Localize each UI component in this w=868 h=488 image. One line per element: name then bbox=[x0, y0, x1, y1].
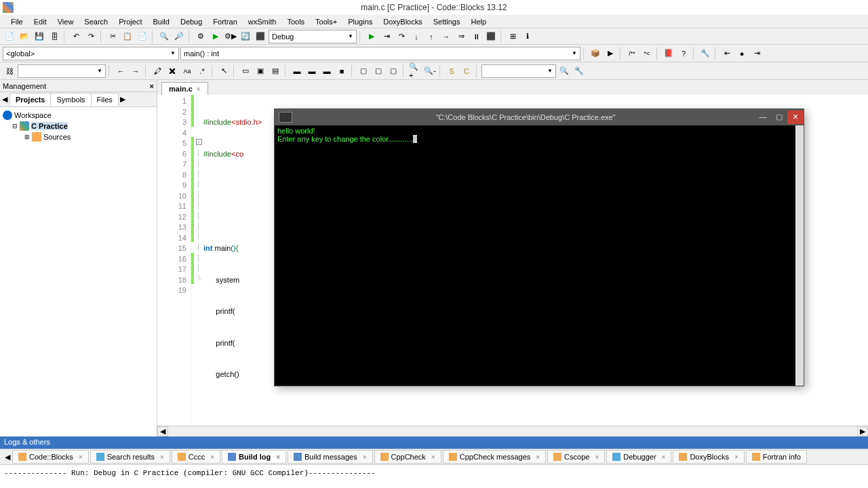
doxy-config-icon[interactable]: 🔧 bbox=[698, 47, 712, 60]
logtabs-left-icon[interactable]: ◀ bbox=[3, 453, 12, 462]
tree-sources[interactable]: ⊞Sources bbox=[3, 131, 154, 142]
nav-fwd-icon[interactable]: ⇥ bbox=[750, 47, 764, 60]
menu-tools[interactable]: Tools bbox=[281, 16, 310, 27]
new-file-icon[interactable]: 📄 bbox=[3, 30, 16, 43]
clear-highlight-icon[interactable]: 🗙 bbox=[165, 64, 179, 78]
step-instr-icon[interactable]: ⇒ bbox=[454, 30, 468, 43]
build-target-dropdown[interactable]: Debug▼ bbox=[269, 30, 357, 43]
find-icon[interactable]: 🔍 bbox=[157, 30, 171, 43]
next-icon[interactable]: → bbox=[129, 64, 142, 78]
console-window[interactable]: "C:\Code Blocks\C Practice\bin\Debug\C P… bbox=[274, 108, 804, 386]
copy-icon[interactable]: 📋 bbox=[121, 30, 134, 43]
search-dropdown[interactable]: ▼ bbox=[18, 64, 106, 78]
box5-icon[interactable]: ▬ bbox=[305, 64, 319, 78]
debug-start-icon[interactable]: ▶ bbox=[365, 30, 378, 43]
menu-fortran[interactable]: Fortran bbox=[208, 16, 242, 27]
redo-icon[interactable]: ↷ bbox=[84, 30, 98, 43]
logtab-cppcheck[interactable]: CppCheck× bbox=[374, 450, 441, 464]
fold-column[interactable]: -││││││││││││└ bbox=[194, 95, 203, 426]
stop-debug-icon[interactable]: ⬛ bbox=[484, 30, 498, 43]
console-body[interactable]: hello world! Enter any key to change the… bbox=[275, 125, 804, 386]
thread-icon[interactable]: ⛓ bbox=[3, 64, 16, 78]
step-into-icon[interactable]: ↓ bbox=[410, 30, 423, 43]
menu-wxsmith[interactable]: wxSmith bbox=[243, 16, 282, 27]
abort-icon[interactable]: ⬛ bbox=[254, 30, 267, 43]
save-all-icon[interactable]: 🗄 bbox=[47, 30, 61, 43]
block2-icon[interactable]: ▢ bbox=[372, 64, 385, 78]
logtab-fortran[interactable]: Fortran info bbox=[746, 450, 807, 464]
logtab-doxyblocks[interactable]: DoxyBlocks× bbox=[673, 450, 744, 464]
logtab-cppcheckmsg[interactable]: CppCheck messages× bbox=[443, 450, 546, 464]
c-icon[interactable]: C bbox=[460, 64, 473, 78]
block3-icon[interactable]: ▢ bbox=[387, 64, 400, 78]
next-line-icon[interactable]: ↷ bbox=[395, 30, 408, 43]
menu-toolsplus[interactable]: Tools+ bbox=[310, 16, 342, 27]
menu-doxyblocks[interactable]: DoxyBlocks bbox=[378, 16, 427, 27]
editor-tab-mainc[interactable]: main.c × bbox=[161, 82, 208, 95]
tab-close-icon[interactable]: × bbox=[197, 85, 201, 93]
logtab-buildmsg[interactable]: Build messages× bbox=[288, 450, 373, 464]
doxy-chm-icon[interactable]: 📕 bbox=[662, 47, 675, 60]
hscroll-left-icon[interactable]: ◀ bbox=[157, 426, 168, 436]
logs-header[interactable]: Logs & others bbox=[0, 436, 868, 449]
console-maximize-icon[interactable]: ▢ bbox=[771, 110, 787, 124]
console-minimize-icon[interactable]: — bbox=[755, 110, 771, 124]
run-to-cursor-icon[interactable]: ⇥ bbox=[380, 30, 393, 43]
comment-block-icon[interactable]: /** bbox=[625, 47, 639, 60]
logtab-debugger[interactable]: Debugger× bbox=[606, 450, 671, 464]
menu-edit[interactable]: Edit bbox=[28, 16, 52, 27]
logtab-cccc[interactable]: Cccc× bbox=[172, 450, 220, 464]
doxy-icon[interactable]: 📦 bbox=[589, 47, 602, 60]
paste-icon[interactable]: 📄 bbox=[136, 30, 149, 43]
break-icon[interactable]: ⏸ bbox=[469, 30, 483, 43]
replace-icon[interactable]: 🔎 bbox=[172, 30, 186, 43]
logtab-cscope[interactable]: Cscope× bbox=[547, 450, 605, 464]
undo-icon[interactable]: ↶ bbox=[69, 30, 83, 43]
menu-settings[interactable]: Settings bbox=[428, 16, 466, 27]
box4-icon[interactable]: ▬ bbox=[290, 64, 304, 78]
cut-icon[interactable]: ✂ bbox=[106, 30, 119, 43]
console-titlebar[interactable]: "C:\Code Blocks\C Practice\bin\Debug\C P… bbox=[275, 109, 804, 125]
s-icon[interactable]: S bbox=[445, 64, 458, 78]
menu-search[interactable]: Search bbox=[79, 16, 113, 27]
build-icon[interactable]: ⚙ bbox=[194, 30, 208, 43]
run-icon[interactable]: ▶ bbox=[209, 30, 222, 43]
select-icon[interactable]: ↖ bbox=[217, 64, 231, 78]
console-scrollbar[interactable] bbox=[795, 125, 804, 386]
menu-file[interactable]: File bbox=[5, 16, 28, 27]
menu-project[interactable]: Project bbox=[113, 16, 147, 27]
nav-back-icon[interactable]: ⇤ bbox=[720, 47, 734, 60]
management-close-icon[interactable]: × bbox=[150, 82, 154, 90]
menu-view[interactable]: View bbox=[52, 16, 79, 27]
logtab-searchresults[interactable]: Search results× bbox=[90, 450, 170, 464]
step-out-icon[interactable]: ↑ bbox=[425, 30, 438, 43]
nav-point-icon[interactable]: ● bbox=[735, 47, 749, 60]
tree-project[interactable]: ⊟C Practice bbox=[3, 121, 154, 131]
function-dropdown[interactable]: main() : int▼ bbox=[180, 47, 580, 60]
search2-dropdown[interactable]: ▼ bbox=[481, 64, 556, 78]
zoom-out-icon[interactable]: 🔍- bbox=[423, 64, 437, 78]
box3-icon[interactable]: ▤ bbox=[269, 64, 282, 78]
mgmt-tab-projects[interactable]: Projects bbox=[9, 93, 51, 106]
scope-dropdown[interactable]: <global>▼ bbox=[3, 47, 179, 60]
menu-plugins[interactable]: Plugins bbox=[342, 16, 378, 27]
regex-icon[interactable]: .* bbox=[195, 64, 209, 78]
logtab-buildlog[interactable]: Build log× bbox=[222, 450, 286, 464]
rebuild-icon[interactable]: 🔄 bbox=[239, 30, 252, 43]
box6-icon[interactable]: ▬ bbox=[320, 64, 334, 78]
menu-help[interactable]: Help bbox=[465, 16, 492, 27]
highlight-icon[interactable]: 🖍 bbox=[151, 64, 164, 78]
mgmt-tab-files[interactable]: Files bbox=[91, 93, 119, 106]
zoom-in-icon[interactable]: 🔍+ bbox=[408, 64, 422, 78]
doxy-run-icon[interactable]: ▶ bbox=[604, 47, 617, 60]
block1-icon[interactable]: ▢ bbox=[357, 64, 370, 78]
horizontal-scrollbar[interactable]: ◀ ▶ bbox=[157, 426, 868, 436]
mgmt-tab-symbols[interactable]: Symbols bbox=[50, 93, 91, 106]
box2-icon[interactable]: ▣ bbox=[254, 64, 267, 78]
prev-icon[interactable]: ← bbox=[114, 64, 127, 78]
logtab-codeblocks[interactable]: Code::Blocks× bbox=[12, 450, 89, 464]
menu-debug[interactable]: Debug bbox=[175, 16, 208, 27]
search-go-icon[interactable]: 🔍 bbox=[557, 64, 571, 78]
console-close-icon[interactable]: × bbox=[787, 110, 804, 124]
comment-line-icon[interactable]: *< bbox=[640, 47, 654, 60]
